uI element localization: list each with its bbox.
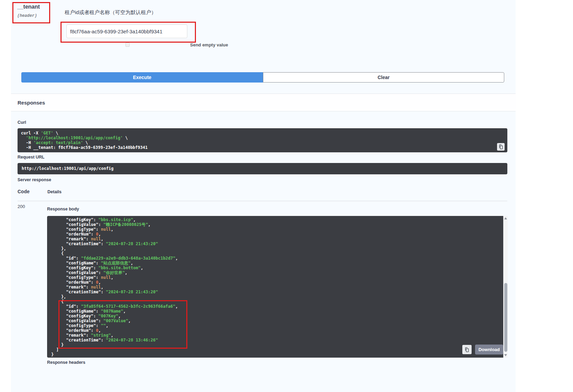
send-empty-value-label: Send empty value <box>190 42 228 47</box>
parameter-description: 租户id或者租户名称（可空为默认租户） <box>65 9 156 16</box>
response-headers-label: Response headers <box>47 360 85 365</box>
scroll-up-icon[interactable] <box>504 217 507 219</box>
clipboard-icon <box>499 144 503 149</box>
request-url-value: http://localhost:19001/api/app/config <box>18 163 507 174</box>
download-button[interactable]: Download <box>475 345 503 355</box>
response-status-code: 200 <box>18 204 25 209</box>
execute-button[interactable]: Execute <box>21 72 263 83</box>
parameter-location: (header) <box>17 13 37 18</box>
curl-label: Curl <box>18 120 26 125</box>
tenant-value-input[interactable] <box>66 24 187 38</box>
api-operation-block: __tenant (header) 租户id或者租户名称（可空为默认租户） Se… <box>11 0 516 392</box>
responses-title: Responses <box>18 100 45 106</box>
parameter-name: __tenant <box>17 4 40 10</box>
response-body-label: Response body <box>47 207 79 211</box>
clipboard-icon <box>465 347 469 352</box>
send-empty-value-checkbox[interactable] <box>125 43 130 47</box>
table-header-divider <box>18 201 507 201</box>
details-column-header: Details <box>47 189 62 194</box>
curl-command-code: curl -X 'GET' \ 'http://localhost:19001/… <box>18 128 507 152</box>
copy-button[interactable] <box>462 345 472 354</box>
scroll-down-icon[interactable] <box>504 354 507 356</box>
clear-button[interactable]: Clear <box>263 72 504 83</box>
copy-button[interactable] <box>497 143 505 151</box>
server-response-label: Server response <box>18 177 51 182</box>
code-column-header: Code <box>18 189 30 194</box>
swagger-ui-screen: __tenant (header) 租户id或者租户名称（可空为默认租户） Se… <box>0 0 573 392</box>
scrollbar[interactable] <box>503 216 508 358</box>
response-body-container: "configKey": "bbs.site.icp", "configValu… <box>47 216 508 358</box>
request-url-label: Request URL <box>18 155 44 160</box>
scrollbar-thumb[interactable] <box>504 283 507 352</box>
response-body-json: "configKey": "bbs.site.icp", "configValu… <box>47 216 503 358</box>
responses-section-header: Responses <box>11 94 516 111</box>
